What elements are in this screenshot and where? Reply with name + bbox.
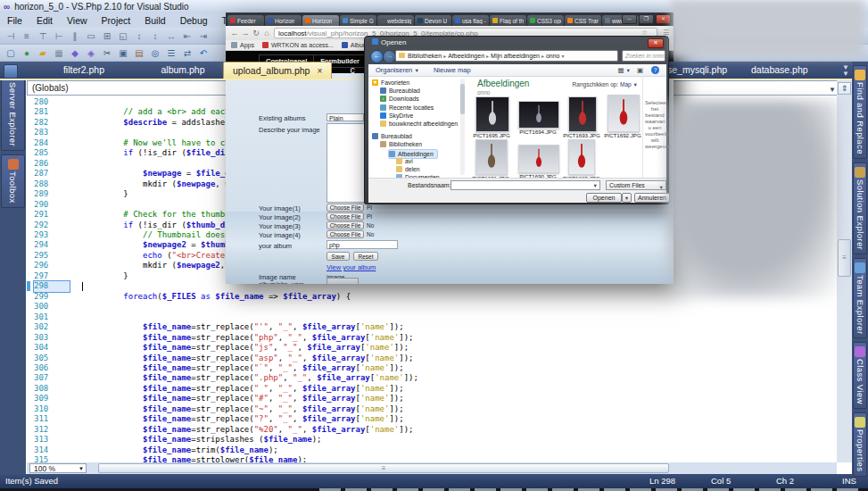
breadcrumb-segment[interactable]: Bibliotheken — [408, 53, 442, 59]
doc-tab-upload_album-php[interactable]: upload_album.php× — [223, 62, 332, 79]
tree-item-skydrive[interactable]: SkyDrive — [380, 112, 413, 120]
doc-tab-database-php[interactable]: database.php — [742, 62, 817, 79]
choose-file-button[interactable]: Choose File — [327, 230, 364, 238]
file-thumbnail[interactable] — [568, 139, 595, 175]
tree-item-downloads[interactable]: ↓Downloads — [380, 95, 419, 103]
forward-icon[interactable]: → — [240, 28, 251, 38]
splitter-handle-icon[interactable]: ⇕ — [838, 82, 851, 95]
menu-edit[interactable]: Edit — [29, 13, 60, 28]
run-icon[interactable]: ● — [20, 46, 34, 60]
tree-item-favorieten[interactable]: ★Favorieten — [372, 79, 409, 87]
home-icon[interactable]: ⌂ — [261, 28, 272, 38]
reset-button[interactable]: Reset — [353, 252, 378, 261]
width-icon[interactable]: ↔ — [164, 29, 178, 43]
forward-icon[interactable]: → — [383, 50, 396, 63]
filename-input[interactable]: ▼ — [451, 180, 600, 190]
browser-tab[interactable]: usa flag - — [452, 15, 489, 26]
back-icon[interactable]: ← — [370, 50, 384, 63]
menu-build[interactable]: Build — [137, 13, 172, 28]
tree-item-bibliotheken[interactable]: Bibliotheken — [380, 140, 422, 148]
save-button[interactable]: Save — [327, 252, 350, 261]
breadcrumb-segment[interactable]: onno — [546, 53, 560, 59]
browser-tab[interactable]: Devon U — [415, 15, 451, 26]
align-top-icon[interactable]: ⊤ — [36, 29, 50, 43]
undo-icon[interactable]: ↶ — [196, 46, 211, 60]
close-icon[interactable]: × — [317, 66, 322, 76]
album-name-input[interactable]: php — [327, 240, 398, 249]
dock-icon[interactable]: ▭ — [84, 29, 98, 43]
browser-tab[interactable]: Horizon — [265, 15, 302, 26]
sidebar-tab-solution-explorer[interactable]: Solution Explorer — [853, 162, 867, 254]
scrollbar-thumb[interactable]: ≡ — [838, 239, 851, 277]
new-folder-button[interactable]: Nieuwe map — [434, 66, 471, 74]
list-icon[interactable]: ☰ — [164, 46, 178, 60]
help-icon[interactable]: ? — [651, 66, 659, 74]
close-icon[interactable]: ✕ — [648, 38, 664, 48]
sidebar-tab-team-explorer[interactable]: Team Explorer — [853, 258, 867, 338]
resize-icon[interactable]: ↕ — [132, 29, 146, 43]
horizontal-scrollbar-thumb[interactable]: ≡ — [98, 463, 669, 473]
open-split-arrow[interactable]: ▼ — [622, 193, 632, 203]
zoom-level-dropdown[interactable]: 100 % ▼ — [29, 463, 87, 473]
sort-icon[interactable]: ⇄ — [180, 46, 194, 60]
browser-tab[interactable]: Feeder — [227, 15, 264, 26]
minimize-button[interactable]: ─ — [622, 14, 637, 24]
menu-view[interactable]: View — [60, 13, 95, 28]
browser-tab[interactable]: Simple G — [340, 15, 376, 26]
editor-vertical-scrollbar[interactable]: ⇕ ≡ — [837, 80, 852, 462]
save-all-icon[interactable]: ◈ — [84, 46, 98, 60]
chevron-down-icon[interactable]: ▼ — [829, 83, 836, 96]
file-thumbnail[interactable] — [518, 101, 559, 129]
tree-item-bureaublad[interactable]: Bureaublad — [372, 132, 412, 140]
file-thumbnail[interactable] — [475, 96, 509, 132]
browser-tab[interactable]: Horizon — [302, 15, 339, 26]
pin-icon[interactable]: ∥ — [68, 29, 82, 43]
sidebar-tab-properties[interactable]: Properties — [853, 412, 867, 476]
align-left-icon[interactable]: ⊣ — [4, 29, 18, 43]
album-row-thumbnail[interactable] — [327, 278, 359, 284]
breadcrumb[interactable]: Bibliotheken▸Afbeeldingen▸Mijn afbeeldin… — [395, 50, 618, 62]
file-thumbnail[interactable] — [518, 145, 559, 173]
sidebar-tab-find-and-replace[interactable]: Find and Replace — [853, 65, 867, 159]
tree-item-delen[interactable]: delen — [396, 165, 420, 173]
choose-file-button[interactable]: Choose File — [327, 212, 364, 221]
find-icon[interactable]: ◎ — [148, 46, 162, 60]
open-button[interactable]: Openen — [586, 193, 622, 203]
preview-pane-icon[interactable]: ▣ — [637, 64, 643, 77]
file-thumbnail[interactable] — [568, 96, 597, 132]
save-icon[interactable]: ◆ — [68, 46, 82, 60]
menu-project[interactable]: Project — [95, 13, 138, 28]
maximize-button[interactable]: ❐ — [639, 14, 654, 24]
grow-icon[interactable]: ⇥ — [196, 29, 211, 43]
views-icon[interactable]: ▦ ▼ — [617, 64, 631, 77]
existing-albums-select[interactable]: Plain — [327, 113, 364, 121]
shrink-icon[interactable]: ⇤ — [180, 29, 194, 43]
doc-tab-filter2-php[interactable]: filter2.php — [25, 62, 143, 79]
sidebar-tab-class-view[interactable]: Class View — [853, 342, 867, 409]
choose-file-button[interactable]: Choose File — [327, 204, 364, 212]
tab-overflow-icon[interactable]: ▼▼ — [842, 64, 849, 77]
file-thumbnail[interactable] — [475, 139, 508, 175]
close-button[interactable]: ✕ — [656, 14, 671, 24]
copy-icon[interactable]: ▣ — [116, 46, 130, 60]
menu-debug[interactable]: Debug — [173, 13, 215, 28]
add-item-icon[interactable]: ▦ — [52, 46, 66, 60]
height-icon[interactable]: ↕ — [148, 29, 162, 43]
filetype-dropdown[interactable]: Custom Files▼ — [606, 180, 666, 190]
browser-tab[interactable]: webdesig — [377, 15, 414, 26]
breadcrumb-segment[interactable]: Mijn afbeeldingen — [491, 53, 540, 59]
organize-button[interactable]: Organiseren ▼ — [376, 66, 419, 74]
tree-item-recente-locaties[interactable]: Recente locaties — [380, 104, 434, 112]
sidebar-tab-toolbox[interactable]: Toolbox — [1, 154, 25, 208]
cut-icon[interactable]: ✂ — [100, 46, 114, 60]
open-folder-icon[interactable]: ▰ — [36, 46, 50, 60]
new-project-icon[interactable]: ▢ — [4, 46, 18, 60]
arrange-by-dropdown[interactable]: Rangschikken op: Map ▼ — [573, 81, 638, 87]
breadcrumb-segment[interactable]: Afbeeldingen — [448, 53, 484, 59]
bookmark-item[interactable]: WRTKON as access... — [262, 42, 334, 48]
tree-item-bouwknecht-afbeeldingen[interactable]: bouwknecht afbeeldingen — [380, 120, 458, 128]
browser-tab[interactable]: CSS3 ope — [527, 15, 564, 26]
grid-icon[interactable]: ⊞ — [100, 29, 114, 43]
view-album-link[interactable]: View your album — [327, 263, 376, 271]
split-icon[interactable]: ◱ — [116, 29, 130, 43]
